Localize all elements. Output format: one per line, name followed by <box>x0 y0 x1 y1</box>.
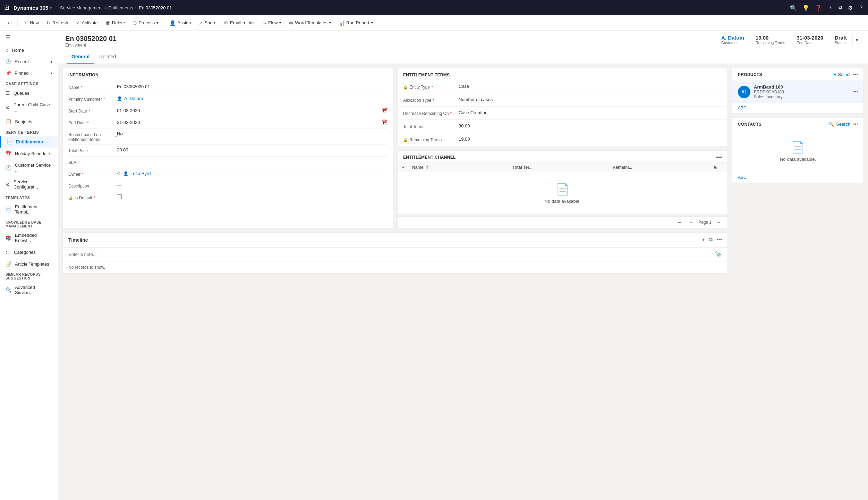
timeline-actions: + ⧉ ••• <box>702 237 722 243</box>
attachment-icon[interactable]: 📎 <box>715 251 722 258</box>
products-select-button[interactable]: ≡ Select <box>834 72 851 77</box>
restrict-value[interactable]: No <box>117 131 387 136</box>
sidebar-item-categories[interactable]: 🏷 Categories <box>0 246 58 258</box>
sidebar-item-subjects[interactable]: 📋 Subjects <box>0 116 58 127</box>
entity-type-value[interactable]: Case <box>459 84 722 89</box>
top-navigation: ⊞ Dynamics 365 ▾ Service Management › En… <box>0 0 868 15</box>
record-title: En 03052020 01 <box>65 35 117 43</box>
flow-button[interactable]: ↝ Flow ▾ <box>259 18 284 28</box>
sidebar-item-entitlement-templ[interactable]: 📄 Entitlement Templ... <box>0 201 58 218</box>
channel-more-button[interactable]: ••• <box>716 154 722 160</box>
is-default-value[interactable] <box>117 194 387 199</box>
command-bar: ↩ ＋ New ↻ Refresh ✓ Activate 🗑 Delete ⬡ … <box>0 15 868 31</box>
calendar-icon[interactable]: 📅 <box>381 108 387 113</box>
email-link-button[interactable]: ✉ Email a Link <box>221 18 258 28</box>
product-item-more[interactable]: ••• <box>853 89 858 94</box>
list-icon: ≡ <box>834 72 837 77</box>
description-value[interactable]: --- <box>117 183 387 188</box>
search-icon-contacts: 🔍 <box>828 122 834 127</box>
sidebar-item-entitlements[interactable]: 📄 Entitlements <box>0 136 58 148</box>
calendar-icon-end[interactable]: 📅 <box>381 119 387 125</box>
page-label: Page 1 <box>698 220 712 225</box>
page-next-button[interactable]: → <box>714 219 723 226</box>
settings-icon[interactable]: ⚙ <box>848 5 853 11</box>
tab-general[interactable]: General <box>67 50 94 64</box>
filter-icon[interactable]: ⧉ <box>839 5 842 11</box>
sidebar-item-article-templates[interactable]: 📝 Article Templates <box>0 258 58 270</box>
start-date-value[interactable]: 01-03-2020 📅 <box>117 108 387 113</box>
record-header-right: A. Datum Customer 19.00 Remaining Terms … <box>716 35 861 45</box>
categories-icon: 🏷 <box>6 249 10 255</box>
sidebar-section-templates: Templates <box>0 193 58 201</box>
word-templates-button[interactable]: W Word Templates ▾ <box>285 18 334 28</box>
total-price-value[interactable]: 20.00 <box>117 147 387 152</box>
question-icon[interactable]: ？ <box>858 4 864 11</box>
sidebar-item-parent-child[interactable]: ⚙ Parent Child Case ... <box>0 99 58 116</box>
sidebar-item-pinned[interactable]: 📌 Pinned ▾ <box>0 67 58 79</box>
timeline-note-input[interactable] <box>68 252 712 257</box>
sidebar-item-embedded-knowl[interactable]: 📚 Embedded Knowl... <box>0 230 58 246</box>
sidebar-item-recent[interactable]: 🕐 Recent ▾ <box>0 56 58 67</box>
owner-value[interactable]: ⏱ 👤 Lesa Byrd <box>117 171 387 176</box>
decrease-remaining-value[interactable]: Case Creation <box>459 110 722 115</box>
contacts-more-button[interactable]: ••• <box>853 122 858 127</box>
app-name: Dynamics 365 ▾ <box>14 5 52 11</box>
is-default-checkbox[interactable] <box>117 194 122 199</box>
timeline-filter-button[interactable]: ⧉ <box>709 237 713 243</box>
sidebar-item-customer-service[interactable]: 🕐 Customer Service ... <box>0 159 58 176</box>
help-circle-icon[interactable]: ❓ <box>815 5 822 11</box>
sidebar-toggle[interactable]: ☰ <box>0 31 58 44</box>
search-icon[interactable]: 🔍 <box>790 5 797 11</box>
sidebar-item-service-config[interactable]: ⚙ Service Configurat... <box>0 176 58 193</box>
delete-button[interactable]: 🗑 Delete <box>102 18 129 28</box>
lightbulb-icon[interactable]: 💡 <box>802 5 809 11</box>
parentchild-icon: ⚙ <box>6 105 10 110</box>
total-terms-value[interactable]: 30.00 <box>459 123 722 128</box>
activate-button[interactable]: ✓ Activate <box>73 18 101 28</box>
products-abc-link[interactable]: ABC <box>732 103 863 113</box>
contacts-search-button[interactable]: 🔍 Search <box>828 122 850 127</box>
products-card: PRODUCTS ≡ Select ••• A1 ArmBand 100 <box>732 68 864 114</box>
new-button[interactable]: ＋ New <box>20 18 42 28</box>
record-header-top: En 03052020 01 Entitlement A. Datum Cust… <box>65 35 861 50</box>
channel-print-icon[interactable]: 🖨 <box>713 165 723 170</box>
sidebar-item-home[interactable]: ⌂ Home <box>0 44 58 56</box>
back-button[interactable]: ↩ <box>4 18 15 28</box>
assign-button[interactable]: 👤 Assign <box>166 18 194 28</box>
process-button[interactable]: ⬡ Process ▾ <box>129 18 162 28</box>
advanced-similar-icon: 🔍 <box>6 287 11 293</box>
field-description: Description --- <box>68 180 387 192</box>
products-more-button[interactable]: ••• <box>853 72 858 77</box>
channel-grid-header: ✓ Name ⇑ Total Ter... Remaini... 🖨 <box>398 162 727 172</box>
add-icon[interactable]: ＋ <box>827 4 833 11</box>
customer-service-icon: 🕐 <box>6 165 11 170</box>
end-date-value[interactable]: 31-03-2020 📅 <box>117 119 387 125</box>
run-report-button[interactable]: 📊 Run Report ▾ <box>335 18 376 28</box>
primary-customer-value[interactable]: 👤 A. Datum <box>117 96 387 101</box>
pin-icon: 📌 <box>6 70 11 76</box>
sidebar-item-queues[interactable]: ☰ Queues <box>0 87 58 99</box>
share-button[interactable]: ↗ Share <box>195 18 220 28</box>
app-layout: ☰ ⌂ Home 🕐 Recent ▾ 📌 Pinned ▾ Case Sett… <box>0 31 868 500</box>
sidebar-item-holiday-schedule[interactable]: 📅 Holiday Schedule <box>0 148 58 159</box>
sla-value[interactable]: --- <box>117 159 387 164</box>
timeline-add-button[interactable]: + <box>702 237 705 243</box>
timeline-header: Timeline + ⧉ ••• <box>63 233 727 247</box>
header-expand-chevron[interactable]: ▾ <box>853 35 861 44</box>
record-header: En 03052020 01 Entitlement A. Datum Cust… <box>58 31 868 64</box>
page-first-button[interactable]: ⊢ <box>675 219 684 226</box>
word-icon: W <box>289 20 293 26</box>
waffle-menu[interactable]: ⊞ <box>4 4 9 11</box>
sidebar-item-advanced-similar[interactable]: 🔍 Advanced Similari... <box>0 282 58 298</box>
timeline-more-button[interactable]: ••• <box>717 237 722 243</box>
allocation-type-value[interactable]: Number of cases <box>459 97 722 102</box>
remaining-terms-meta: 19.00 Remaining Terms <box>750 35 791 45</box>
field-name-value[interactable]: En 03052020 01 <box>117 84 387 89</box>
back-icon: ↩ <box>8 20 12 26</box>
page-prev-button[interactable]: ← <box>687 219 696 226</box>
field-is-default: 🔒 Is Default * <box>68 192 387 204</box>
refresh-button[interactable]: ↻ Refresh <box>43 18 72 28</box>
tab-related[interactable]: Related <box>94 50 121 64</box>
sidebar-section-case-settings: Case Settings <box>0 79 58 87</box>
contacts-abc-link[interactable]: ABC <box>732 172 863 183</box>
